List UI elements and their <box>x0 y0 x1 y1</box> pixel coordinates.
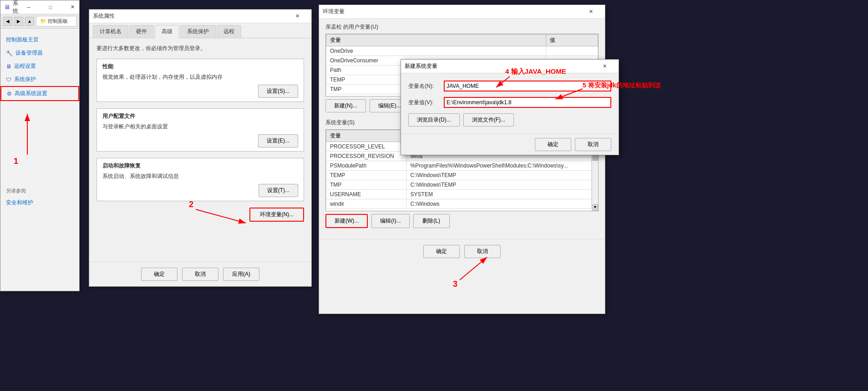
forward-btn[interactable]: ▶ <box>14 17 23 26</box>
device-icon: 🔧 <box>6 50 13 56</box>
userprofile-desc: 与登录帐户相关的桌面设置 <box>102 123 298 131</box>
table-row[interactable]: TMP C:\Windows\TEMP <box>326 180 592 190</box>
tab-bar: 计算机名 硬件 高级 系统保护 远程 <box>89 23 311 38</box>
user-vars-col-value: 值 <box>546 35 598 46</box>
dialog-ok-btn[interactable]: 确定 <box>535 138 571 151</box>
tab-hardware[interactable]: 硬件 <box>129 25 154 38</box>
other-section-label: 另请参阅 <box>0 183 79 196</box>
back-btn[interactable]: ◀ <box>3 17 12 26</box>
sidebar-item-device[interactable]: 🔧 设备管理器 <box>0 46 79 60</box>
sidebar-item-remote[interactable]: 🖥 远程设置 <box>0 60 79 73</box>
system-icon: 🖥 <box>4 4 10 10</box>
breadcrumb: 📁 控制面板 <box>36 16 76 26</box>
envvar-close-btn[interactable]: ✕ <box>580 5 601 19</box>
startup-settings-btn[interactable]: 设置(T)... <box>259 184 298 197</box>
envvar-ok-btn[interactable]: 确定 <box>423 245 460 258</box>
sidebar-item-protection[interactable]: 🛡 系统保护 <box>0 73 79 86</box>
sys-new-btn[interactable]: 新建(W)... <box>325 214 368 228</box>
varname-row: 变量名(N): <box>408 81 611 91</box>
sidebar-item-advanced[interactable]: ⚙ 高级系统设置 <box>0 86 79 101</box>
sys-delete-btn[interactable]: 删除(L) <box>413 214 450 228</box>
sysprop-close-btn[interactable]: ✕ <box>287 10 308 23</box>
breadcrumb-icon: 📁 <box>40 18 46 24</box>
user-new-btn[interactable]: 新建(N)... <box>325 99 366 112</box>
system-titlebar: 🖥 系统 ─ □ ✕ <box>0 0 79 14</box>
remote-icon: 🖥 <box>6 63 11 70</box>
varvalue-label: 变量值(V): <box>408 99 440 107</box>
startup-title: 启动和故障恢复 <box>102 162 298 170</box>
user-vars-title: 亲孟松 的用户变量(U) <box>325 23 599 31</box>
sysprop-cancel-btn[interactable]: 取消 <box>182 268 218 281</box>
minimize-btn[interactable]: ─ <box>18 0 39 14</box>
table-row[interactable]: OneDrive <box>326 46 598 56</box>
varvalue-input[interactable] <box>444 97 611 108</box>
performance-section: 性能 视觉效果，处理器计划，内存使用，以及虚拟内存 设置(S)... <box>96 59 304 102</box>
userprofile-settings-btn[interactable]: 设置(E)... <box>258 134 298 147</box>
user-vars-col-name: 变量 <box>326 35 546 46</box>
table-row[interactable]: windir C:\Windows <box>326 199 592 209</box>
system-window: 🖥 系统 ─ □ ✕ ◀ ▶ ▲ 📁 控制面板 控制面板主页 🔧 设备管理器 🖥… <box>0 0 80 291</box>
envvar-cancel-btn[interactable]: 取消 <box>464 245 501 258</box>
envvar-window: 环境变量 ✕ 亲孟松 的用户变量(U) 变量 值 One <box>319 5 605 314</box>
varvalue-row: 变量值(V): <box>408 97 611 108</box>
sysprop-apply-btn[interactable]: 应用(A) <box>223 268 259 281</box>
varname-label: 变量名(N): <box>408 82 440 90</box>
sysprop-titlebar: 系统属性 ✕ <box>89 10 311 23</box>
sysprop-bottom-btns: 确定 取消 应用(A) <box>89 262 311 286</box>
newsysvar-dialog: 新建系统变量 ✕ 变量名(N): 变量值(V): 浏览目录(D)... 浏览文件… <box>401 59 619 155</box>
varname-input[interactable] <box>444 81 611 91</box>
envvar-titlebar: 环境变量 ✕ <box>319 5 605 19</box>
browse-dir-btn[interactable]: 浏览目录(D)... <box>408 113 460 127</box>
shield-icon: 🛡 <box>6 76 11 83</box>
userprofile-title: 用户配置文件 <box>102 112 298 120</box>
envvar-bottom-btns: 确定 取消 <box>319 239 605 264</box>
performance-settings-btn[interactable]: 设置(S)... <box>258 85 298 98</box>
tab-remote[interactable]: 远程 <box>217 25 241 38</box>
newsysvar-titlebar: 新建系统变量 ✕ <box>401 60 619 73</box>
performance-title: 性能 <box>102 63 298 71</box>
table-row[interactable]: PSModulePath %ProgramFiles%\WindowsPower… <box>326 161 592 171</box>
newsysvar-close-btn[interactable]: ✕ <box>594 60 615 73</box>
sysprop-window: 系统属性 ✕ 计算机名 硬件 高级 系统保护 远程 要进行大多数更改，你必须作为… <box>89 9 312 287</box>
tab-computername[interactable]: 计算机名 <box>93 25 128 38</box>
dialog-cancel-btn[interactable]: 取消 <box>575 138 611 151</box>
sysprop-ok-btn[interactable]: 确定 <box>141 268 178 281</box>
maximize-btn[interactable]: □ <box>40 0 61 14</box>
up-btn[interactable]: ▲ <box>25 17 34 26</box>
envvar-title: 环境变量 <box>323 8 345 15</box>
userprofile-section: 用户配置文件 与登录帐户相关的桌面设置 设置(E)... <box>96 108 304 152</box>
table-row[interactable]: USERNAME SYSTEM <box>326 190 592 199</box>
newsysvar-title: 新建系统变量 <box>405 62 437 70</box>
close-btn[interactable]: ✕ <box>62 0 83 14</box>
advanced-icon: ⚙ <box>7 91 12 97</box>
dialog-browse-btns: 浏览目录(D)... 浏览文件(F)... <box>408 113 611 127</box>
sys-vars-btns: 新建(W)... 编辑(I)... 删除(L) <box>325 214 599 228</box>
performance-desc: 视觉效果，处理器计划，内存使用，以及虚拟内存 <box>102 73 298 81</box>
sys-edit-btn[interactable]: 编辑(I)... <box>371 214 409 228</box>
info-text: 要进行大多数更改，你必须作为管理员登录。 <box>96 45 304 52</box>
tab-protection[interactable]: 系统保护 <box>180 25 216 38</box>
table-row[interactable]: TEMP C:\Windows\TEMP <box>326 171 592 180</box>
main-link-label: 控制面板主页 <box>6 36 39 44</box>
system-title: 🖥 系统 <box>4 0 18 15</box>
sysprop-title: 系统属性 <box>93 12 115 20</box>
sidebar-item-security[interactable]: 安全和维护 <box>0 196 79 209</box>
newsysvar-content: 变量名(N): 变量值(V): 浏览目录(D)... 浏览文件(F)... <box>401 73 619 134</box>
dialog-bottom-btns: 确定 取消 <box>401 134 619 155</box>
tab-advanced[interactable]: 高级 <box>155 25 179 38</box>
startup-desc: 系统启动、系统故障和调试信息 <box>102 173 298 180</box>
envvar-btn[interactable]: 环境变量(N)... <box>249 208 304 222</box>
sidebar-item-main[interactable]: 控制面板主页 <box>0 33 79 46</box>
browse-file-btn[interactable]: 浏览文件(F)... <box>463 113 514 127</box>
startup-section: 启动和故障恢复 系统启动、系统故障和调试信息 设置(T)... <box>96 158 304 201</box>
sys-vars-col-name: 变量 <box>326 130 407 142</box>
